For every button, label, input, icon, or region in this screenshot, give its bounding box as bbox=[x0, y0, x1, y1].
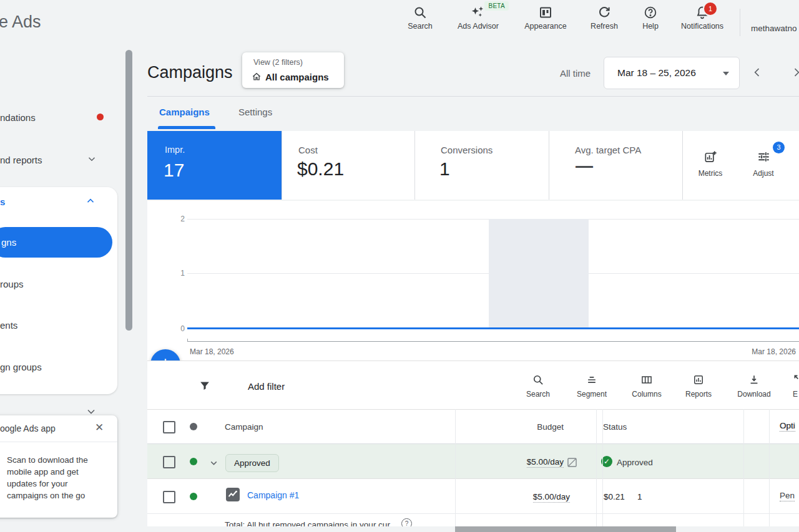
topbar-divider bbox=[740, 9, 740, 36]
date-range-value: Mar 18 – 25, 2026 bbox=[617, 67, 696, 79]
topnav-notifications-label: Notifications bbox=[674, 22, 730, 31]
scorecard-impressions-label: Impr. bbox=[165, 145, 185, 155]
tab-campaigns[interactable]: Campaigns bbox=[159, 107, 210, 117]
sidebar-item-assets[interactable]: ents bbox=[0, 320, 17, 331]
search-icon bbox=[413, 5, 428, 20]
toolbar-columns-label: Columns bbox=[620, 390, 673, 399]
scorecard-conversions[interactable]: Conversions 1 bbox=[414, 131, 549, 200]
adjust-button[interactable]: Adjust bbox=[743, 150, 783, 178]
next-period-chevron[interactable] bbox=[790, 66, 799, 79]
toolbar-expand-button[interactable]: E bbox=[784, 374, 799, 399]
table-toolbar: Add filter Search Segment Columns Report… bbox=[147, 361, 799, 409]
toolbar-reports-label: Reports bbox=[672, 390, 725, 399]
google-ads-campaigns-screen: e Ads Search BETA Ads Advisor Appearance… bbox=[0, 0, 799, 532]
campaign-conversions-cell: 1 bbox=[637, 492, 642, 501]
scorecard-conversions-value: 1 bbox=[439, 158, 450, 180]
sidebar-item-recommendations[interactable]: ndations bbox=[0, 112, 36, 123]
status-column-dot bbox=[190, 423, 197, 430]
campaign-name-link[interactable]: Campaign #1 bbox=[247, 490, 299, 500]
select-all-checkbox[interactable] bbox=[163, 421, 175, 433]
sidebar-scrollbar[interactable] bbox=[125, 50, 132, 331]
columns-icon bbox=[640, 374, 653, 386]
toolbar-download-button[interactable]: Download bbox=[728, 374, 780, 399]
table-column-divider bbox=[743, 409, 744, 526]
table-column-divider-budget bbox=[596, 409, 597, 526]
sidebar-item-campaign-groups[interactable]: gn groups bbox=[0, 362, 42, 372]
time-scope-label: All time bbox=[560, 68, 591, 79]
topnav-notifications[interactable]: 1 Notifications bbox=[674, 5, 730, 31]
date-range-picker[interactable]: Mar 18 – 25, 2026 bbox=[604, 57, 740, 89]
account-name[interactable]: methawatno bbox=[751, 24, 797, 33]
segment-icon bbox=[586, 374, 598, 386]
sidebar-item-campaigns-active[interactable]: gns bbox=[0, 227, 112, 258]
refresh-icon bbox=[597, 5, 612, 20]
toolbar-segment-button[interactable]: Segment bbox=[566, 374, 618, 399]
toolbar-search-button[interactable]: Search bbox=[512, 374, 564, 399]
performance-chart: 2 1 0 Mar 18, 2026 Mar 18, 2026 bbox=[147, 201, 799, 360]
header-divider bbox=[147, 96, 799, 97]
adjust-button-label: Adjust bbox=[743, 169, 783, 178]
sidebar-section-campaigns[interactable]: s bbox=[0, 196, 5, 207]
view-filters-chip[interactable]: View (2 filters) All campaigns bbox=[242, 52, 344, 88]
group-budget-value: $5.00/day bbox=[527, 457, 564, 468]
column-header-optimization-text[interactable]: Opti bbox=[780, 421, 795, 430]
campaign-budget-cell[interactable]: $5.00/day bbox=[476, 492, 570, 501]
add-filter-button[interactable]: Add filter bbox=[248, 381, 285, 392]
app-logo[interactable]: e Ads bbox=[0, 12, 41, 32]
campaign-row-checkbox[interactable] bbox=[163, 491, 175, 503]
scorecard-avg-target-cpa[interactable]: Avg. target CPA — bbox=[549, 131, 682, 200]
mobile-app-promo-card: oogle Ads app ✕ Scan to download the mob… bbox=[0, 415, 117, 518]
topnav-ads-advisor-label: Ads Advisor bbox=[450, 22, 506, 31]
scorecard-impressions[interactable]: Impr. 17 bbox=[147, 131, 282, 200]
appearance-icon bbox=[538, 5, 553, 20]
chevron-up-icon[interactable] bbox=[85, 195, 96, 206]
table-column-divider bbox=[602, 409, 603, 526]
column-header-budget[interactable]: Budget bbox=[470, 422, 564, 432]
topnav-ads-advisor[interactable]: BETA Ads Advisor bbox=[450, 5, 506, 31]
sidebar: ndations nd reports s gns roups ents gn … bbox=[0, 44, 135, 532]
tab-settings[interactable]: Settings bbox=[238, 107, 272, 117]
topnav-help[interactable]: Help bbox=[622, 5, 679, 31]
campaign-optimization-cell[interactable]: Pen bbox=[780, 491, 795, 500]
column-header-campaign[interactable]: Campaign bbox=[225, 422, 263, 432]
sparkle-icon bbox=[471, 5, 486, 20]
topbar: e Ads Search BETA Ads Advisor Appearance… bbox=[0, 0, 799, 44]
topnav-help-label: Help bbox=[622, 22, 679, 31]
sidebar-item-reports[interactable]: nd reports bbox=[0, 155, 42, 165]
prev-period-chevron[interactable] bbox=[751, 66, 763, 79]
search-icon bbox=[532, 374, 544, 386]
close-icon[interactable]: ✕ bbox=[95, 421, 104, 434]
group-budget-cell[interactable]: $5.00/day bbox=[470, 457, 564, 467]
scorecard-impressions-value: 17 bbox=[164, 160, 184, 181]
sidebar-item-campaigns-label: gns bbox=[1, 237, 16, 248]
topnav-search[interactable]: Search bbox=[392, 5, 448, 31]
recommendations-alert-dot bbox=[97, 114, 104, 120]
promo-card-body: Scan to download the mobile app and get … bbox=[7, 454, 108, 501]
scorecards: Impr. 17 Cost $0.21 Conversions 1 Avg. t… bbox=[147, 131, 799, 200]
toolbar-search-label: Search bbox=[512, 390, 564, 399]
column-header-status[interactable]: Status bbox=[603, 422, 627, 432]
row-expand-chevron-icon[interactable] bbox=[208, 458, 219, 468]
scorecard-conversions-label: Conversions bbox=[441, 145, 493, 155]
view-filters-value: All campaigns bbox=[265, 72, 329, 82]
approval-status-chip: Approved bbox=[225, 454, 279, 472]
topnav-appearance[interactable]: Appearance bbox=[517, 5, 574, 31]
campaign-optimization-value: Pen bbox=[780, 491, 795, 501]
table-horizontal-scrollbar-thumb[interactable] bbox=[455, 526, 676, 532]
active-tab-underline bbox=[158, 126, 215, 129]
scorecard-cost[interactable]: Cost $0.21 bbox=[282, 131, 414, 200]
campaign-status-dot-enabled bbox=[190, 493, 197, 500]
filter-funnel-icon[interactable] bbox=[198, 379, 212, 393]
reports-icon bbox=[692, 374, 705, 386]
sidebar-item-ad-groups[interactable]: roups bbox=[0, 279, 24, 289]
campaign-row[interactable] bbox=[147, 479, 799, 514]
group-row-checkbox[interactable] bbox=[163, 456, 175, 468]
metrics-icon bbox=[703, 150, 718, 164]
toolbar-expand-label: E bbox=[793, 390, 799, 399]
toolbar-columns-button[interactable]: Columns bbox=[620, 374, 673, 399]
toolbar-reports-button[interactable]: Reports bbox=[672, 374, 725, 399]
help-icon bbox=[643, 5, 658, 20]
metrics-button[interactable]: Metrics bbox=[690, 150, 730, 178]
campaign-type-chart-icon bbox=[226, 488, 240, 501]
home-icon bbox=[251, 71, 262, 82]
